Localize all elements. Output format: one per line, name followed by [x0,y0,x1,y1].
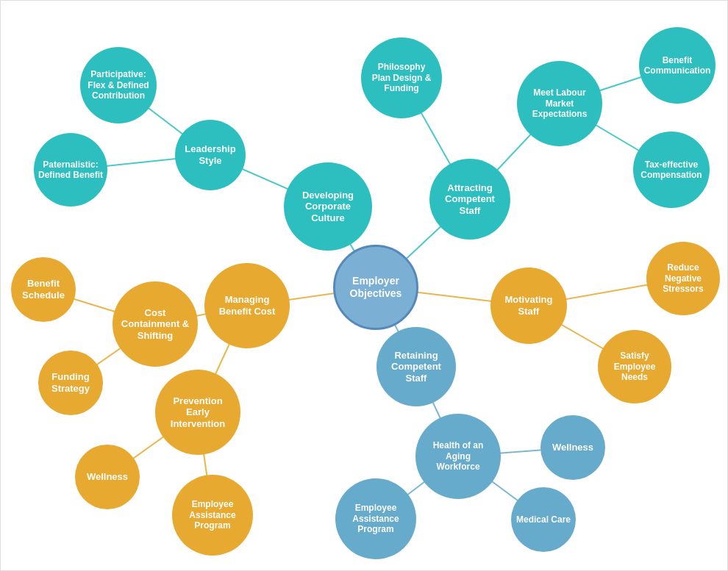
node-employer-objectives[interactable]: Employer Objectives [333,245,418,330]
node-leadership-style[interactable]: Leadership Style [175,120,246,190]
node-tax-effective[interactable]: Tax-effective Compensation [633,132,710,208]
node-label-benefit-communication: Benefit Communication [641,52,714,79]
node-participative[interactable]: Participative: Flex & Defined Contributi… [80,47,157,123]
node-label-motivating-staff: Motivating Staff [502,291,556,320]
node-wellness-gold[interactable]: Wellness [75,445,140,509]
node-label-meet-labour: Meet Labour Market Expectations [529,85,590,122]
node-label-emp-assistance-gold: Employee Assistance Program [186,496,238,534]
node-reduce-negative[interactable]: Reduce Negative Stressors [646,242,720,315]
node-label-wellness-blue: Wellness [549,439,596,456]
node-label-leadership-style: Leadership Style [182,140,238,169]
node-wellness-blue[interactable]: Wellness [540,415,605,480]
node-health-aging[interactable]: Health of an Aging Workforce [415,414,501,499]
node-satisfy-employee[interactable]: Satisfy Employee Needs [598,330,671,403]
node-label-paternalistic: Paternalistic: Defined Benefit [35,157,106,184]
node-developing-corporate-culture[interactable]: Developing Corporate Culture [284,162,372,251]
node-label-emp-assistance-blue: Employee Assistance Program [349,500,402,537]
node-medical-care[interactable]: Medical Care [511,487,576,552]
node-label-benefit-schedule: Benefit Schedule [19,275,68,304]
node-label-participative: Participative: Flex & Defined Contributi… [85,66,151,104]
node-label-cost-containment: Cost Containment & Shifting [118,304,192,345]
node-label-satisfy-employee: Satisfy Employee Needs [611,348,659,385]
node-benefit-communication[interactable]: Benefit Communication [639,27,715,104]
mind-map-canvas: Employer ObjectivesDeveloping Corporate … [0,0,728,571]
node-motivating-staff[interactable]: Motivating Staff [490,267,567,344]
node-label-philosophy-plan: Philosophy Plan Design & Funding [369,59,435,96]
node-label-prevention-early: Prevention Early Intervention [168,392,228,433]
node-label-health-aging: Health of an Aging Workforce [430,437,487,475]
node-label-attracting-competent-staff: Attracting Competent Staff [442,179,498,220]
node-attracting-competent-staff[interactable]: Attracting Competent Staff [429,159,510,240]
node-label-employer-objectives: Employer Objectives [347,272,405,303]
node-emp-assistance-blue[interactable]: Employee Assistance Program [335,478,416,559]
node-label-tax-effective: Tax-effective Compensation [638,157,704,184]
node-philosophy-plan[interactable]: Philosophy Plan Design & Funding [361,37,442,118]
node-label-managing-benefit-cost: Managing Benefit Cost [216,291,279,320]
node-label-funding-strategy: Funding Strategy [49,368,93,397]
node-prevention-early[interactable]: Prevention Early Intervention [155,370,240,455]
node-managing-benefit-cost[interactable]: Managing Benefit Cost [204,263,290,348]
node-paternalistic[interactable]: Paternalistic: Defined Benefit [34,133,107,207]
node-label-reduce-negative: Reduce Negative Stressors [660,259,706,297]
node-funding-strategy[interactable]: Funding Strategy [38,351,103,415]
node-cost-containment[interactable]: Cost Containment & Shifting [113,281,198,367]
node-emp-assistance-gold[interactable]: Employee Assistance Program [172,475,253,556]
node-meet-labour[interactable]: Meet Labour Market Expectations [517,61,602,146]
node-label-medical-care: Medical Care [513,511,574,528]
node-label-wellness-gold: Wellness [84,468,131,486]
node-label-retaining-competent: Retaining Competent Staff [388,347,444,387]
node-benefit-schedule[interactable]: Benefit Schedule [11,257,76,322]
node-label-developing-corporate-culture: Developing Corporate Culture [299,187,357,227]
node-retaining-competent[interactable]: Retaining Competent Staff [377,327,456,406]
